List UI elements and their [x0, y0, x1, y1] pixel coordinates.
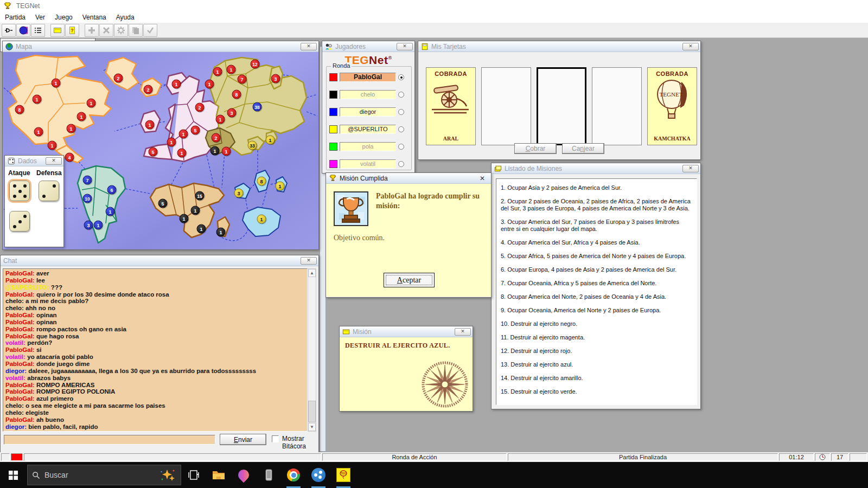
start-button[interactable] — [0, 462, 26, 488]
army-badge[interactable]: 1 — [33, 95, 42, 104]
blue-app-button[interactable] — [306, 462, 331, 488]
army-badge[interactable]: 5 — [158, 199, 168, 208]
army-badge[interactable]: 1 — [52, 79, 61, 88]
chrome-button[interactable] — [281, 462, 306, 488]
army-badge[interactable]: 2 — [212, 133, 221, 143]
dice-close-button[interactable]: ✕ — [46, 157, 62, 165]
army-badge[interactable]: 1 — [180, 214, 189, 223]
player-row-diegor[interactable]: diegor — [329, 107, 404, 117]
card-kamchatka[interactable]: COBRADATEGNETKAMCHATKA — [647, 67, 697, 145]
help-button[interactable]: ? — [65, 24, 79, 37]
attack-die[interactable] — [9, 181, 30, 201]
army-badge[interactable]: 1 — [191, 206, 200, 215]
army-badge[interactable]: 1 — [77, 112, 86, 121]
army-badge[interactable]: 38 — [253, 102, 262, 112]
player-turn-radio[interactable] — [398, 161, 404, 167]
army-badge[interactable]: 1 — [67, 124, 76, 133]
army-badge[interactable]: 8 — [15, 105, 24, 114]
army-badge[interactable]: 1 — [179, 130, 188, 139]
player-row-pola[interactable]: pola — [329, 142, 404, 151]
mission-list-titlebar[interactable]: Listado de Misiones ✕ — [492, 163, 700, 174]
army-badge[interactable]: 1 — [222, 147, 231, 156]
globe-button[interactable] — [16, 24, 30, 37]
attack-die-2[interactable] — [9, 211, 30, 232]
army-badge[interactable]: 7 — [238, 75, 247, 84]
mission-titlebar[interactable]: Misión ✕ — [340, 326, 473, 337]
mission-note-button[interactable] — [50, 24, 65, 37]
scroll-thumb[interactable] — [308, 401, 316, 422]
menu-juego[interactable]: Juego — [50, 12, 78, 22]
list-button[interactable] — [31, 24, 45, 37]
army-badge[interactable]: 1 — [216, 115, 225, 124]
army-badge[interactable]: 33 — [248, 141, 257, 150]
taskbar-search[interactable]: Buscar — [27, 465, 181, 485]
army-badge[interactable]: 4 — [65, 153, 74, 162]
teardrop-app-button[interactable] — [231, 462, 256, 488]
card-aral[interactable]: COBRADAARAL — [426, 67, 476, 145]
task-view-button[interactable] — [181, 462, 206, 488]
army-badge[interactable]: 3 — [227, 108, 237, 118]
file-explorer-button[interactable] — [206, 462, 231, 488]
chat-message-list[interactable]: PabloGal: averPabloGal: lee@SUPERLITO: ?… — [3, 268, 308, 432]
map-titlebar[interactable]: Mapa ✕ — [3, 41, 318, 52]
army-badge[interactable]: 2 — [195, 103, 205, 112]
chat-titlebar[interactable]: Chat ✕ — [1, 255, 318, 266]
chat-scrollbar[interactable]: ▲ ▼ — [308, 268, 316, 432]
army-badge[interactable]: 1 — [34, 127, 43, 137]
mission-close-button[interactable]: ✕ — [455, 328, 471, 336]
army-badge[interactable]: 12 — [251, 60, 260, 69]
army-badge[interactable]: 1 — [87, 99, 96, 108]
army-badge[interactable]: 8 — [257, 177, 266, 186]
army-badge[interactable]: 1 — [94, 221, 103, 230]
player-row-superlito[interactable]: @SUPERLITO — [329, 124, 404, 134]
card-empty[interactable] — [481, 67, 531, 145]
army-badge[interactable]: 5 — [191, 126, 200, 135]
army-badge[interactable]: 3 — [234, 189, 244, 198]
connect-button[interactable] — [2, 24, 16, 37]
army-badge[interactable]: 15 — [195, 191, 205, 201]
player-turn-radio[interactable] — [398, 126, 404, 132]
army-badge[interactable]: 3 — [271, 74, 280, 84]
army-badge[interactable]: 1 — [227, 65, 236, 74]
army-badge[interactable]: 10 — [83, 194, 92, 203]
menu-partida[interactable]: Partida — [0, 12, 30, 22]
accept-button[interactable]: Aceptar — [384, 273, 435, 287]
army-badge[interactable]: 1 — [257, 215, 266, 224]
army-badge[interactable]: 7 — [83, 176, 92, 185]
mission-list-body[interactable]: 1. Ocupar Asia y 2 paises de America del… — [496, 178, 697, 405]
canjear-button[interactable]: Canjear — [562, 143, 604, 154]
army-badge[interactable]: 1 — [48, 141, 57, 150]
army-badge[interactable]: 1 — [106, 207, 115, 216]
card-empty[interactable] — [592, 67, 642, 145]
cards-close-button[interactable]: ✕ — [682, 43, 699, 50]
army-badge[interactable]: 1 — [172, 80, 181, 89]
defense-die[interactable] — [39, 181, 59, 201]
cards-titlebar[interactable]: Mis Tarjetas ✕ — [418, 41, 700, 52]
player-row-chelo[interactable]: chelo — [329, 89, 404, 99]
menu-ventana[interactable]: Ventana — [78, 12, 111, 22]
army-badge[interactable]: 1 — [167, 138, 176, 147]
player-turn-radio[interactable] — [398, 109, 404, 115]
chat-close-button[interactable]: ✕ — [301, 257, 317, 265]
cobrar-button[interactable]: Cobrar — [514, 143, 557, 154]
army-badge[interactable]: 2 — [114, 74, 123, 83]
army-badge[interactable]: 1 — [216, 228, 226, 237]
dice-titlebar[interactable]: Dados ✕ — [5, 156, 63, 166]
mission-complete-titlebar[interactable]: Misión Cumplida ✕ — [326, 173, 491, 184]
army-badge[interactable]: 6 — [107, 185, 117, 195]
map-close-button[interactable]: ✕ — [301, 43, 317, 50]
menu-ayuda[interactable]: Ayuda — [111, 12, 139, 22]
card-empty[interactable] — [537, 67, 586, 145]
menu-ver[interactable]: Ver — [30, 12, 50, 22]
army-badge[interactable]: 3 — [84, 221, 93, 230]
chat-input[interactable] — [4, 435, 215, 445]
player-turn-radio[interactable] — [398, 144, 404, 150]
army-badge[interactable]: 1 — [205, 80, 214, 89]
army-badge[interactable]: 2 — [144, 85, 153, 94]
mission-complete-close-button[interactable]: ✕ — [475, 174, 489, 183]
army-badge[interactable]: 1 — [276, 182, 285, 191]
army-badge[interactable]: 1 — [145, 120, 155, 130]
player-turn-radio[interactable] — [398, 74, 404, 80]
show-log-checkbox[interactable] — [272, 435, 279, 442]
army-badge[interactable]: 5 — [149, 147, 158, 157]
